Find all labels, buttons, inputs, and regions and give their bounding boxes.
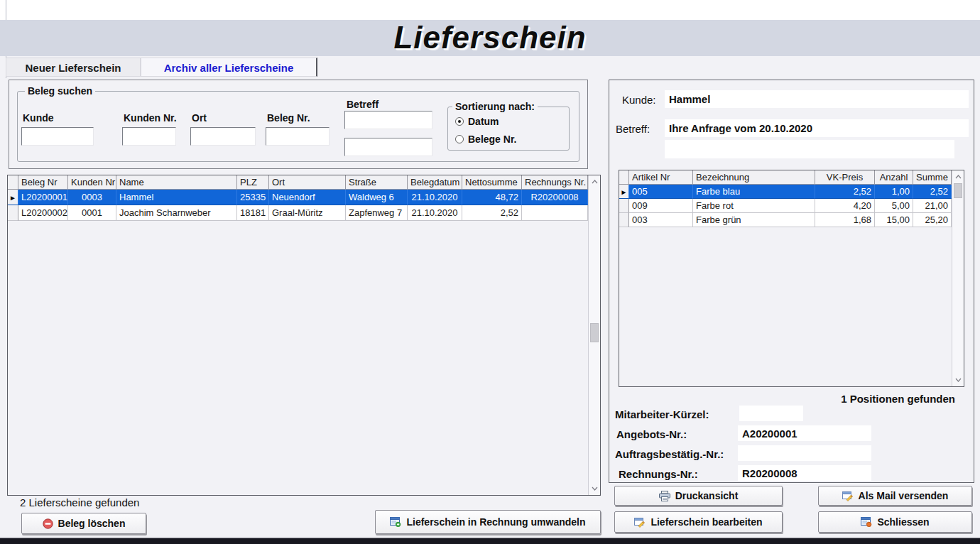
lieferscheine-table: Beleg Nr Kunden Nr Name PLZ Ort Straße B… [7,175,601,496]
schliessen-button[interactable]: Schliessen [818,511,972,533]
col-rechnungs-nr[interactable]: Rechnungs Nr. [522,175,588,190]
table-row[interactable]: 003 Farbe grün 1,68 15,00 25,20 [619,213,952,227]
ort-label: Ort [192,112,207,124]
kunde-label: Kunde [23,112,54,124]
detail-panel: Kunde: Betreff: Artikel Nr Bezeichnung V… [609,80,974,483]
beleg-loeschen-button[interactable]: Beleg löschen [21,513,146,534]
positions-table-scrollbar[interactable] [952,170,964,386]
scroll-thumb[interactable] [954,183,962,198]
row-pointer-cell [8,205,18,221]
col-nettosumme[interactable]: Nettosumme [462,175,522,190]
table-row[interactable]: ► L20200001 0003 Hammel 25335 Neuendorf … [8,190,588,205]
cell-artikel-nr: 003 [629,213,693,227]
cell-belegdatum: 21.10.2020 [408,190,462,205]
tab-archiv-aller-lieferscheine[interactable]: Archiv aller Lieferscheine [141,58,317,77]
col-bezeichnung[interactable]: Bezeichnung [693,170,815,185]
col-strasse[interactable]: Straße [346,175,408,190]
sort-option-belege-nr[interactable]: Belege Nr. [455,134,516,145]
cell-ort: Graal-Müritz [269,205,346,221]
edit-icon [634,517,646,528]
radio-belege-nr-label: Belege Nr. [468,134,516,145]
col-plz[interactable]: PLZ [237,175,269,190]
table-header-row: Beleg Nr Kunden Nr Name PLZ Ort Straße B… [8,175,588,190]
table-row[interactable]: ► 005 Farbe blau 2,52 1,00 2,52 [619,185,952,199]
radio-datum-label: Datum [468,116,499,127]
kunden-nr-input[interactable] [122,127,176,146]
scroll-down-icon[interactable] [952,374,964,386]
row-pointer-cell: ► [8,190,18,205]
radio-belege-nr-icon[interactable] [455,135,464,143]
cell-vk-preis: 2,52 [815,185,875,199]
cell-beleg-nr: L20200002 [18,205,68,221]
col-anzahl[interactable]: Anzahl [875,170,913,185]
cell-anzahl: 5,00 [875,199,913,213]
beleg-nr-label: Beleg Nr. [267,112,310,124]
title-banner: Lieferschein [0,20,980,56]
auftragsbestaetig-nr-field[interactable] [738,445,871,461]
col-artikel-nr[interactable]: Artikel Nr [629,170,693,185]
detail-kunde-field[interactable] [665,90,969,108]
tab-neuer-lieferschein[interactable]: Neuer Lieferschein [6,58,141,77]
col-summe[interactable]: Summe [913,170,952,185]
cell-artikel-nr: 009 [629,199,693,213]
cell-artikel-nr: 005 [629,185,693,199]
druckansicht-label: Druckansicht [675,490,739,501]
cell-strasse: Zapfenweg 7 [346,205,408,221]
angebots-nr-label: Angebots-Nr.: [616,428,687,440]
scroll-thumb[interactable] [590,323,599,342]
row-pointer-icon: ► [621,188,628,196]
col-ort[interactable]: Ort [269,175,346,190]
schliessen-label: Schliessen [877,516,929,528]
delete-icon [43,518,53,529]
cell-vk-preis: 4,20 [815,199,875,213]
col-belegdatum[interactable]: Belegdatum [408,175,462,190]
angebots-nr-field[interactable] [738,425,871,441]
mitarbeiter-field[interactable] [739,406,803,421]
cell-beleg-nr: L20200001 [18,190,68,205]
beleg-nr-input[interactable] [266,127,330,146]
header-indicator-cell [619,170,629,185]
cell-rechnungs-nr: R20200008 [522,190,588,205]
col-vk-preis[interactable]: VK-Preis [815,170,875,185]
col-kunden-nr[interactable]: Kunden Nr [68,175,116,190]
cell-kunden-nr: 0003 [68,190,116,205]
cell-vk-preis: 1,68 [815,213,875,227]
col-beleg-nr[interactable]: Beleg Nr [18,175,68,190]
radio-datum-icon[interactable] [455,117,464,126]
table-row[interactable]: L20200002 0001 Joachim Scharnweber 18181… [8,205,588,221]
left-table-scrollbar[interactable] [588,175,600,495]
cell-summe: 25,20 [913,213,952,227]
kunden-nr-label: Kunden Nr. [124,112,177,124]
mitarbeiter-label: Mitarbeiter-Kürzel: [615,408,709,420]
detail-kunde-label: Kunde: [622,94,656,106]
col-name[interactable]: Name [116,175,237,190]
betreff-input-2[interactable] [344,138,432,156]
kunde-input[interactable] [21,127,94,146]
scroll-up-icon[interactable] [589,176,600,187]
auftragsbestaetig-nr-label: Auftragsbestätig.-Nr.: [615,448,724,460]
beleg-suchen-legend: Beleg suchen [25,85,95,97]
detail-betreff-field[interactable] [665,119,969,137]
umwandeln-button[interactable]: Lieferschein in Rechnung umwandeln [375,510,601,534]
cell-plz: 18181 [237,205,269,221]
positionen-table: Artikel Nr Bezeichnung VK-Preis Anzahl S… [619,170,964,387]
umwandeln-label: Lieferschein in Rechnung umwandeln [406,516,585,528]
als-mail-versenden-button[interactable]: Als Mail versenden [818,486,972,506]
scroll-down-icon[interactable] [589,483,600,494]
scroll-up-icon[interactable] [952,171,964,183]
cell-plz: 25335 [237,190,269,205]
cell-name: Joachim Scharnweber [116,205,237,221]
sort-option-datum[interactable]: Datum [455,116,499,127]
detail-betreff-label: Betreff: [616,123,650,135]
betreff-input-1[interactable] [344,111,432,129]
detail-betreff-field-2[interactable] [665,140,954,158]
rechnungs-nr-field[interactable] [738,465,871,481]
ort-input[interactable] [190,127,256,146]
header-indicator-cell [8,175,18,190]
druckansicht-button[interactable]: Druckansicht [614,486,783,506]
lieferschein-bearbeiten-button[interactable]: Lieferschein bearbeiten [614,511,783,533]
table-row[interactable]: 009 Farbe rot 4,20 5,00 21,00 [619,199,952,213]
close-window-icon [861,517,872,527]
cell-anzahl: 15,00 [875,213,913,227]
beleg-loeschen-label: Beleg löschen [58,518,126,529]
